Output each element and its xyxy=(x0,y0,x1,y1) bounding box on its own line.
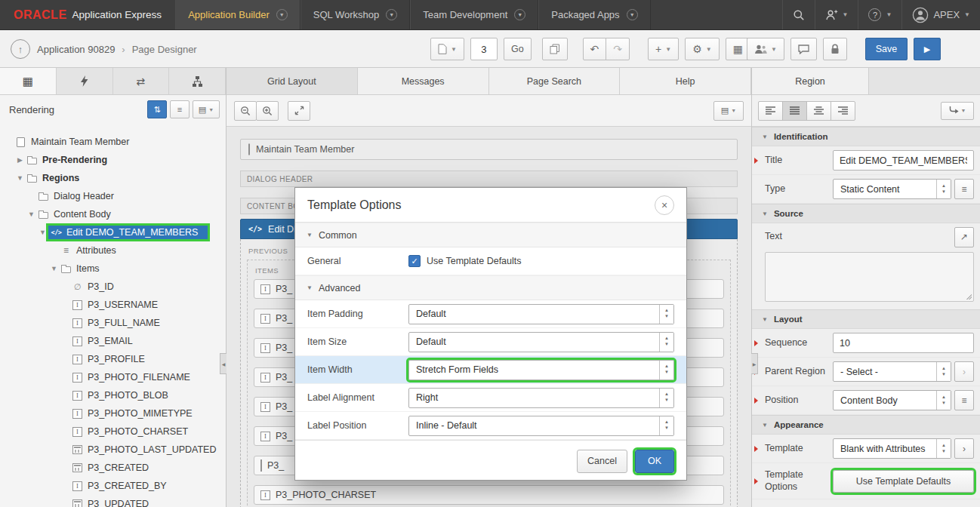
zoom-in-button[interactable] xyxy=(256,101,279,121)
title-input[interactable] xyxy=(833,150,974,171)
cancel-button[interactable]: Cancel xyxy=(577,450,627,473)
tree-item-p3-photo-last-updated[interactable]: P3_PHOTO_LAST_UPDATED xyxy=(0,441,226,459)
tab-rendering[interactable]: ▦ xyxy=(0,68,57,94)
tree-item-p3-photo-blob[interactable]: I P3_PHOTO_BLOB xyxy=(0,386,226,404)
redo-button[interactable]: ↷ xyxy=(606,38,630,60)
tab-page-search[interactable]: Page Search xyxy=(489,68,621,94)
chevron-down-icon[interactable]: ▼ xyxy=(276,9,288,20)
tab-help[interactable]: Help xyxy=(620,68,751,94)
template-options-button[interactable]: Use Template Defaults xyxy=(833,470,974,493)
expand-all-button[interactable] xyxy=(831,101,855,121)
section-advanced[interactable]: ▼ Advanced xyxy=(295,275,686,300)
tree-item-p3-created-by[interactable]: I P3_CREATED_BY xyxy=(0,477,226,495)
user-account-menu[interactable]: APEX ▼ xyxy=(901,0,980,29)
undo-button[interactable]: ↶ xyxy=(583,38,607,60)
tree-item-p3-profile[interactable]: I P3_PROFILE xyxy=(0,350,226,368)
chevron-down-icon[interactable]: ▼ xyxy=(386,9,397,20)
tree-menu-button[interactable]: ▤ ▼ xyxy=(193,100,220,118)
tree-item-p3-photo-mimetype[interactable]: I P3_PHOTO_MIMETYPE xyxy=(0,404,226,422)
lock-page-button[interactable] xyxy=(823,38,847,60)
page-selector-button[interactable]: ▼ xyxy=(430,38,464,60)
tree-item-p3-email[interactable]: I P3_EMAIL xyxy=(0,332,226,350)
source-text-area[interactable] xyxy=(765,252,974,302)
type-list-button[interactable]: ≡ xyxy=(954,179,974,199)
team-development-menu-button[interactable]: ▼ xyxy=(747,38,784,60)
expand-expanded-icon[interactable]: ▼ xyxy=(14,174,26,182)
position-list-button[interactable]: ≡ xyxy=(954,390,974,410)
stepper-icon[interactable]: ▲▼ xyxy=(936,439,951,458)
collapse-all-button[interactable] xyxy=(806,101,831,121)
tab-shared-components[interactable] xyxy=(169,68,226,94)
tree-item-p3-id[interactable]: ∅ P3_ID xyxy=(0,278,226,296)
utilities-menu-button[interactable]: ⚙ ▼ xyxy=(685,38,719,60)
item-width-select[interactable]: Stretch Form Fields ▲▼ xyxy=(408,360,674,380)
ok-button[interactable]: OK xyxy=(635,450,674,473)
section-common[interactable]: ▼ Common xyxy=(295,223,686,247)
expand-expanded-icon[interactable]: ▼ xyxy=(37,229,48,236)
open-code-editor-button[interactable]: ↗ xyxy=(954,227,974,247)
canvas-page-title[interactable]: Maintain Team Member xyxy=(240,139,738,160)
item-size-select[interactable]: Default ▲▼ xyxy=(408,332,674,352)
tree-item-pre-rendering[interactable]: ▶ Pre-Rendering xyxy=(0,151,226,169)
create-menu-button[interactable]: + ▼ xyxy=(648,38,679,60)
tree-item-edit-demo-team-members[interactable]: ▼ </> Edit DEMO_TEAM_MEMBERS xyxy=(0,223,226,241)
show-common-button[interactable] xyxy=(782,101,807,121)
position-select[interactable]: Content Body ▲▼ xyxy=(833,390,951,410)
tree-item-attributes[interactable]: ≡ Attributes xyxy=(0,241,226,260)
stepper-icon[interactable]: ▲▼ xyxy=(936,362,951,381)
stepper-icon[interactable]: ▲▼ xyxy=(659,389,673,407)
section-source[interactable]: ▼ Source xyxy=(752,204,980,223)
tree-item-regions[interactable]: ▼ Regions xyxy=(0,169,226,187)
tab-sql-workshop[interactable]: SQL Workshop ▼ xyxy=(300,0,410,29)
show-all-button[interactable] xyxy=(758,101,783,121)
tab-packaged-apps[interactable]: Packaged Apps ▼ xyxy=(538,0,650,29)
zoom-out-button[interactable] xyxy=(234,101,257,121)
help-menu-button[interactable]: ? ▼ xyxy=(858,0,901,29)
tree-item-p3-photo-charset[interactable]: I P3_PHOTO_CHARSET xyxy=(0,422,226,441)
tree-item-p3-username[interactable]: I P3_USERNAME xyxy=(0,296,226,314)
tab-processing[interactable]: ⇄ xyxy=(113,68,170,94)
tree-item-p3-photo-filename[interactable]: I P3_PHOTO_FILENAME xyxy=(0,368,226,386)
chevron-down-icon[interactable]: ▼ xyxy=(627,9,638,20)
stepper-icon[interactable]: ▲▼ xyxy=(936,180,951,198)
section-identification[interactable]: ▼ Identification xyxy=(752,127,980,146)
stepper-icon[interactable]: ▲▼ xyxy=(659,361,673,379)
tab-team-development[interactable]: Team Development ▼ xyxy=(410,0,538,29)
page-number-input[interactable] xyxy=(470,38,498,60)
tree-item-content-body[interactable]: ▼ Content Body xyxy=(0,205,226,223)
template-select[interactable]: Blank with Attributes ▲▼ xyxy=(833,438,951,459)
tree-item-p3-full-name[interactable]: I P3_FULL_NAME xyxy=(0,314,226,332)
breadcrumb-application[interactable]: Application 90829 xyxy=(37,44,115,55)
layout-menu-button[interactable]: ▤ ▼ xyxy=(713,101,744,121)
tree-item-p3-updated[interactable]: P3_UPDATED xyxy=(0,495,226,507)
stepper-icon[interactable]: ▲▼ xyxy=(659,416,673,435)
item-padding-select[interactable]: Default ▲▼ xyxy=(408,304,674,324)
go-to-region-button[interactable]: ▼ xyxy=(941,102,974,120)
section-appearance[interactable]: ▼ Appearance xyxy=(752,415,980,435)
tree-item-p3-created[interactable]: P3_CREATED xyxy=(0,459,226,477)
go-button[interactable]: Go xyxy=(504,38,532,60)
expand-collapsed-icon[interactable]: ▶ xyxy=(14,156,26,164)
feedback-button[interactable] xyxy=(790,38,817,60)
section-layout[interactable]: ▼ Layout xyxy=(752,309,980,329)
use-template-defaults-checkbox[interactable]: ✓ xyxy=(408,255,421,267)
tab-messages[interactable]: Messages xyxy=(358,68,489,94)
chevron-down-icon[interactable]: ▼ xyxy=(514,9,525,20)
dialog-header-slot[interactable]: DIALOG HEADER xyxy=(240,171,738,187)
go-to-parent-button[interactable]: › xyxy=(954,361,974,382)
parent-region-select[interactable]: - Select - ▲▼ xyxy=(833,361,951,382)
grid-item[interactable]: I P3_PHOTO_CHARSET xyxy=(254,485,724,505)
close-icon[interactable]: × xyxy=(655,195,674,215)
stepper-icon[interactable]: ▲▼ xyxy=(659,333,673,352)
tree-item-page[interactable]: Maintain Team Member xyxy=(0,133,226,151)
back-to-application-icon[interactable]: ↑ xyxy=(11,39,30,59)
tree-item-dialog-header[interactable]: Dialog Header xyxy=(0,187,226,205)
expand-expanded-icon[interactable]: ▼ xyxy=(26,210,37,218)
stepper-icon[interactable]: ▲▼ xyxy=(659,305,673,324)
expand-expanded-icon[interactable]: ▼ xyxy=(48,265,60,272)
save-button[interactable]: Save xyxy=(865,38,908,60)
selected-tree-node[interactable]: </> Edit DEMO_TEAM_MEMBERS xyxy=(48,226,208,239)
search-button[interactable] xyxy=(782,0,815,29)
label-alignment-select[interactable]: Right ▲▼ xyxy=(408,388,674,408)
tree-item-items[interactable]: ▼ Items xyxy=(0,260,226,278)
